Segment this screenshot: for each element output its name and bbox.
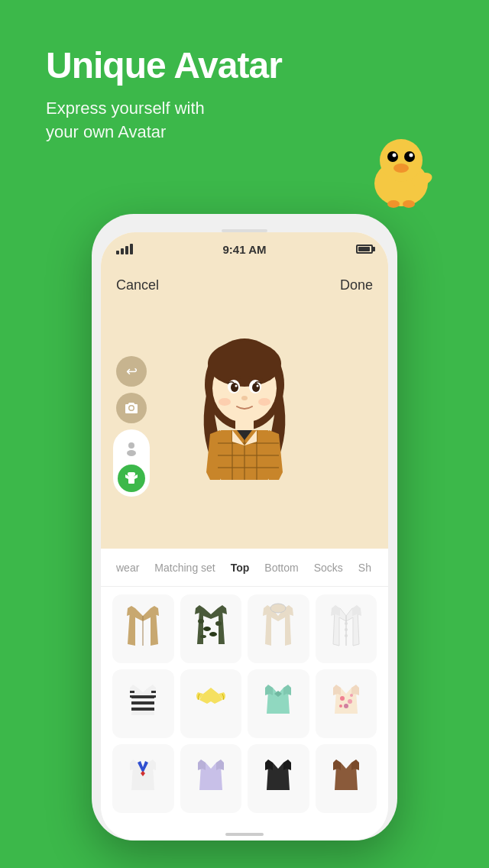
view-toggle: [113, 429, 150, 497]
svg-rect-50: [131, 708, 154, 711]
side-controls: ↩: [113, 356, 150, 497]
svg-point-6: [393, 164, 409, 173]
clothing-item-sailor-top[interactable]: [112, 744, 174, 813]
clothing-row-2: [112, 669, 377, 738]
svg-point-23: [235, 385, 238, 387]
svg-point-22: [252, 383, 260, 392]
cancel-button[interactable]: Cancel: [116, 277, 159, 293]
svg-point-42: [200, 635, 206, 638]
status-time: 9:41 AM: [223, 243, 267, 256]
svg-rect-15: [128, 472, 135, 476]
phone-frame: 9:41 AM Cancel Done ↩: [92, 214, 397, 840]
svg-point-21: [231, 383, 238, 392]
clothing-row-1: [112, 594, 377, 663]
svg-point-40: [215, 621, 222, 626]
battery-indicator: [356, 245, 373, 254]
clothing-item-coat-white[interactable]: [316, 594, 377, 663]
outfit-view-button[interactable]: [118, 465, 145, 492]
svg-point-39: [203, 627, 211, 631]
hero-section: Unique Avatar Express yourself withyour …: [46, 46, 282, 144]
duck-mascot: [359, 130, 443, 214]
svg-rect-12: [128, 476, 134, 484]
svg-point-5: [410, 154, 413, 157]
svg-point-27: [258, 398, 270, 406]
svg-point-9: [403, 200, 415, 208]
clothing-item-yellow-crop[interactable]: [180, 669, 242, 738]
svg-point-25: [241, 396, 248, 400]
undo-button[interactable]: ↩: [116, 356, 147, 387]
clothing-grid: [101, 587, 388, 828]
tab-top[interactable]: Top: [223, 555, 257, 580]
tab-matching[interactable]: Matching set: [147, 555, 222, 580]
navigation-bar: Cancel Done: [101, 266, 388, 304]
svg-point-58: [339, 704, 342, 708]
svg-point-57: [344, 704, 348, 708]
tab-socks[interactable]: Socks: [306, 555, 351, 580]
svg-point-59: [350, 694, 353, 697]
svg-point-56: [348, 699, 352, 704]
svg-point-24: [257, 385, 259, 387]
svg-point-41: [209, 632, 217, 636]
face-view-button[interactable]: [118, 434, 145, 462]
clothing-item-brown-top[interactable]: [316, 744, 377, 813]
clothing-item-black-top[interactable]: [248, 744, 309, 813]
tab-bottom[interactable]: Bottom: [257, 555, 306, 580]
svg-rect-54: [151, 695, 156, 698]
svg-point-8: [387, 200, 400, 208]
svg-rect-53: [151, 691, 156, 693]
tab-outerwear[interactable]: wear: [108, 555, 147, 580]
category-tabs: wear Matching set Top Bottom Socks Sh: [101, 549, 388, 587]
signal-indicator: [116, 244, 133, 254]
svg-point-3: [393, 154, 397, 157]
home-indicator: [225, 833, 264, 836]
svg-rect-49: [131, 701, 154, 704]
svg-point-1: [380, 139, 423, 182]
svg-rect-51: [130, 691, 134, 693]
svg-point-26: [219, 398, 231, 406]
avatar-display: ↩: [101, 304, 388, 549]
svg-point-4: [404, 151, 415, 162]
svg-point-55: [340, 696, 345, 701]
clothing-item-lavender-top[interactable]: [180, 744, 242, 813]
status-bar: 9:41 AM: [101, 232, 388, 266]
done-button[interactable]: Done: [340, 277, 373, 293]
clothing-row-3: [112, 744, 377, 813]
clothing-item-camo-jacket[interactable]: [180, 594, 242, 663]
clothing-item-striped-top[interactable]: [112, 669, 174, 738]
phone-screen: 9:41 AM Cancel Done ↩: [101, 232, 388, 840]
svg-point-18: [208, 341, 281, 387]
svg-point-2: [387, 151, 398, 162]
svg-point-38: [198, 619, 204, 623]
svg-point-11: [127, 450, 136, 456]
avatar-character: [168, 319, 321, 533]
hero-title: Unique Avatar: [46, 46, 282, 86]
clothing-item-mint-top[interactable]: [248, 669, 309, 738]
clothing-item-coat-beige[interactable]: [112, 594, 174, 663]
svg-point-43: [270, 604, 286, 613]
svg-rect-48: [131, 695, 154, 698]
hero-subtitle: Express yourself withyour own Avatar: [46, 97, 282, 144]
svg-point-46: [345, 628, 348, 631]
tab-shoes[interactable]: Sh: [351, 555, 379, 580]
clothing-item-floral-top[interactable]: [316, 669, 377, 738]
svg-point-45: [345, 622, 348, 625]
camera-button[interactable]: [116, 393, 147, 423]
svg-point-10: [128, 442, 134, 449]
svg-point-47: [345, 634, 348, 637]
clothing-item-coat-cream[interactable]: [248, 594, 309, 663]
svg-rect-52: [130, 695, 134, 698]
